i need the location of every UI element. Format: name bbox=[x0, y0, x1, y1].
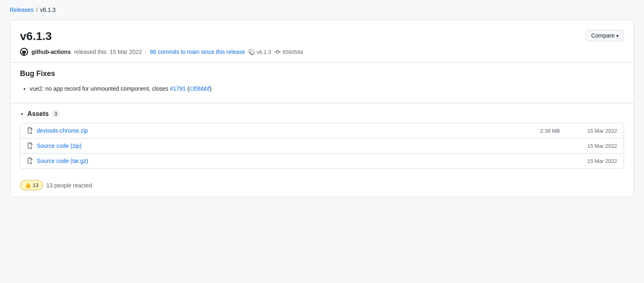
release-meta: github-actions released this 15 Mar 2022… bbox=[20, 48, 586, 56]
asset-source-targz-date: 15 Mar 2022 bbox=[560, 158, 617, 164]
space-before-commit: ( bbox=[186, 85, 189, 92]
source-zip-name: Source code bbox=[37, 143, 69, 149]
bug-fixes-heading: Bug Fixes bbox=[20, 69, 624, 78]
asset-devtools-zip-link[interactable]: devtools-chrome.zip bbox=[37, 127, 511, 134]
release-date: 15 Mar 2022 bbox=[110, 49, 142, 55]
commit-icon bbox=[274, 49, 281, 55]
breadcrumb-current: v6.1.3 bbox=[40, 7, 56, 13]
chevron-down-icon bbox=[616, 32, 619, 39]
commit-badge: 656058d bbox=[274, 49, 303, 55]
github-actions-avatar-icon bbox=[20, 48, 28, 56]
assets-count-badge: 3 bbox=[52, 110, 60, 118]
asset-source-zip-date: 15 Mar 2022 bbox=[560, 143, 617, 149]
source-targz-icon bbox=[27, 158, 33, 164]
issue-link[interactable]: #1791 bbox=[170, 85, 186, 92]
asset-source-targz-link[interactable]: Source code (tar.gz) bbox=[37, 158, 511, 164]
reaction-emoji: 👍 bbox=[24, 182, 31, 188]
asset-row: Source code (zip) 15 Mar 2022 bbox=[20, 138, 624, 154]
release-title-section: v6.1.3 github-actions released this 15 M… bbox=[20, 30, 586, 56]
release-header: v6.1.3 github-actions released this 15 M… bbox=[10, 20, 634, 62]
author-link[interactable]: github-actions bbox=[31, 49, 71, 55]
bug-fix-text: vue2: no app record for unmounted compon… bbox=[30, 85, 170, 92]
assets-title: Assets bbox=[27, 110, 49, 118]
breadcrumb: Releases / v6.1.3 bbox=[10, 7, 634, 13]
release-version: v6.1.3 bbox=[20, 30, 586, 43]
asset-row: devtools-chrome.zip 2.38 MB 15 Mar 2022 bbox=[20, 123, 624, 138]
tag-badge: v6.1.3 bbox=[249, 49, 271, 55]
tag-label: v6.1.3 bbox=[257, 49, 271, 55]
commit-link[interactable]: c35bbbf bbox=[189, 85, 210, 92]
source-zip-suffix-text: (zip) bbox=[71, 143, 82, 149]
source-zip-icon bbox=[27, 143, 33, 149]
asset-devtools-zip-size: 2.38 MB bbox=[511, 128, 560, 134]
source-targz-suffix-text: (tar.gz) bbox=[71, 158, 89, 164]
commits-link[interactable]: 86 commits to main since this release bbox=[150, 49, 245, 55]
tag-icon bbox=[249, 49, 255, 55]
thumbs-up-reaction-button[interactable]: 👍 13 bbox=[20, 180, 43, 190]
breadcrumb-separator: / bbox=[36, 7, 38, 13]
assets-toggle-icon[interactable]: ▼ bbox=[20, 112, 24, 116]
asset-source-zip-link[interactable]: Source code (zip) bbox=[37, 143, 511, 149]
released-text: released this bbox=[74, 49, 106, 55]
zip-file-icon bbox=[27, 127, 33, 134]
assets-section: ▼ Assets 3 devtools-chrome.zip 2.38 MB 1… bbox=[10, 103, 634, 175]
bug-fix-item: vue2: no app record for unmounted compon… bbox=[30, 85, 624, 93]
reactions-section: 👍 13 13 people reacted bbox=[10, 175, 634, 197]
bug-fixes-list: vue2: no app record for unmounted compon… bbox=[20, 85, 624, 93]
commits-count: 86 bbox=[150, 49, 156, 55]
assets-list: devtools-chrome.zip 2.38 MB 15 Mar 2022 … bbox=[20, 123, 624, 169]
close-paren: ) bbox=[210, 85, 212, 92]
assets-header: ▼ Assets 3 bbox=[20, 110, 624, 118]
source-targz-name: Source code bbox=[37, 158, 69, 164]
breadcrumb-releases-link[interactable]: Releases bbox=[10, 7, 33, 13]
reaction-text: 13 people reacted bbox=[46, 182, 92, 189]
page-wrapper: Releases / v6.1.3 v6.1.3 github-actions bbox=[0, 0, 644, 204]
asset-devtools-zip-date: 15 Mar 2022 bbox=[560, 128, 617, 134]
meta-dot: · bbox=[145, 49, 147, 55]
release-card: v6.1.3 github-actions released this 15 M… bbox=[10, 20, 634, 197]
commit-hash: 656058d bbox=[282, 49, 303, 55]
compare-button[interactable]: Compare bbox=[586, 30, 624, 41]
commits-label: commits to main since this release bbox=[158, 49, 245, 55]
release-body: Bug Fixes vue2: no app record for unmoun… bbox=[10, 62, 634, 103]
reaction-count: 13 bbox=[33, 182, 38, 188]
compare-button-label: Compare bbox=[591, 32, 615, 39]
asset-row: Source code (tar.gz) 15 Mar 2022 bbox=[20, 154, 624, 168]
